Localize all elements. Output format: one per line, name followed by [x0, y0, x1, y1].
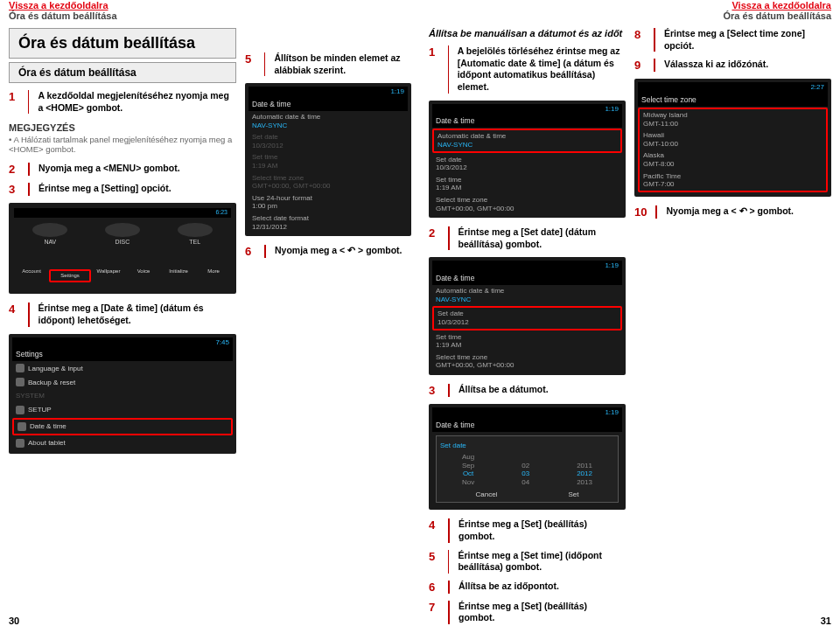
step-3: 3Érintse meg a [Setting] opciót. [9, 183, 236, 196]
step-6: 6Nyomja meg a < ↶ > gombot. [245, 245, 411, 258]
step-r8: 8Érintse meg a [Select time zone] opciót… [634, 28, 831, 52]
step-r2: 2Érintse meg a [Set date] (dátum beállít… [429, 226, 626, 250]
header-crumb-r: Óra és dátum beállítása [429, 10, 831, 21]
page-number-right: 31 [821, 616, 831, 626]
screenshot-r1: 1:19 Date & time Automatic date & timeNA… [429, 101, 626, 219]
step-r9: 9Válassza ki az időzónát. [634, 59, 831, 72]
step-4: 4Érintse meg a [Date & time] (dátum és i… [9, 303, 236, 326]
screenshot-r2: 1:19 Date & time Automatic date & timeNA… [429, 257, 626, 375]
screenshot-timezone: 2:27 Select time zone Midway IslandGMT-1… [634, 79, 831, 197]
note-title: MEGJEGYZÉS [9, 122, 236, 133]
step-r3: 3Állítsa be a dátumot. [429, 384, 626, 397]
page-number-left: 30 [9, 616, 19, 626]
header-home-link[interactable]: Vissza a kezdőoldalra [9, 0, 411, 10]
step-r10: 10Nyomja meg a < ↶ > gombot. [634, 205, 831, 219]
step-2: 2Nyomja meg a <MENU> gombot. [9, 163, 236, 176]
header-home-link-r[interactable]: Vissza a kezdőoldalra [429, 0, 831, 10]
step-1: 1A kezdőoldal megjelenítéséhez nyomja me… [9, 90, 236, 114]
screenshot-settings: 7:45 Settings Language & input Backup & … [9, 334, 236, 454]
step-5: 5Állítson be minden elemet az alábbiak s… [245, 52, 411, 76]
screenshot-home: 6:23 NAV DISC TEL Account Settings Wallp… [9, 203, 236, 294]
screenshot-r3: 1:19 Date & time Set date AugSepOctNov 0… [429, 404, 626, 510]
subtitle-box: Óra és dátum beállítása [9, 62, 236, 83]
step-r6: 6Állítsa be az időpontot. [429, 581, 626, 594]
step-r1: 1A bejelölés törléséhez érintse meg az [… [429, 45, 626, 94]
note-body: • A Hálózati tartalmak panel megjeleníté… [9, 135, 236, 154]
screenshot-datetime: 1:19 Date & time Automatic date & timeNA… [245, 83, 411, 236]
page-title-box: Óra és dátum beállítása [9, 28, 236, 59]
step-r4: 4Érintse meg a [Set] (beállítás) gombot. [429, 518, 626, 542]
step-r5: 5Érintse meg a [Set time] (időpont beáll… [429, 550, 626, 574]
header-crumb: Óra és dátum beállítása [9, 10, 411, 21]
step-r7: 7Érintse meg a [Set] (beállítás) gombot. [429, 601, 626, 624]
sub-heading: Állítsa be manuálisan a dátumot és az id… [429, 28, 626, 38]
